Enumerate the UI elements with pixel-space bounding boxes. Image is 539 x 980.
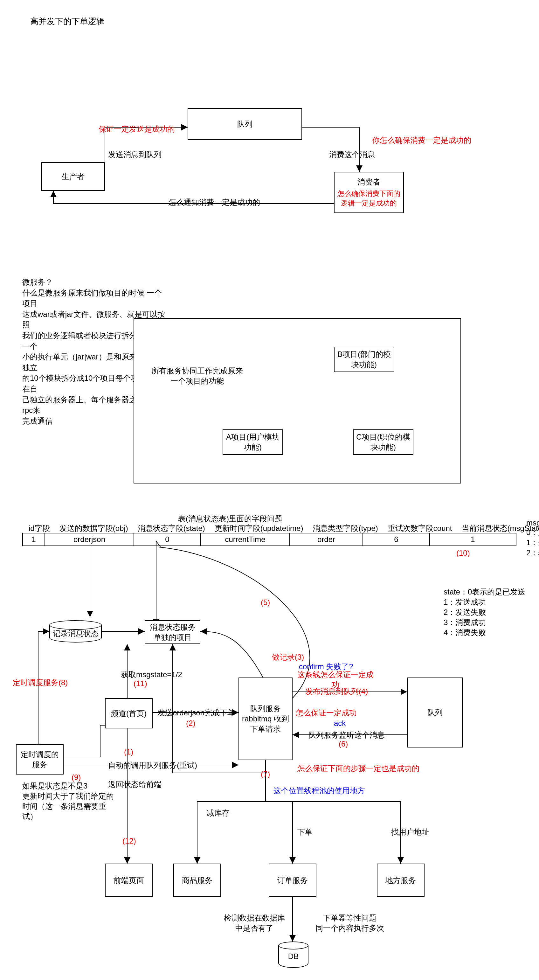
e8: 定时调度服务(8) [13,678,68,688]
record-label: 记录消息状态 [53,628,99,639]
td-msgstate: 1 [430,533,516,546]
db-cyl: DB [278,942,308,968]
reduce: 减库存 [207,808,230,818]
consume-msg-label: 消费这个消息 [329,150,375,160]
ensure-line: 这条线怎么保证一定成功 [296,670,375,690]
together: 所有服务协同工作完成原来 一个项目的功能 [149,366,245,386]
guarantee-send: 保证一定发送是成功的 [99,124,175,134]
proj-a: A项目(用户模块功能) [223,430,283,455]
th-type: 消息类型字段(type) [313,523,378,533]
consumer-box: 消费者 怎么确保消费下面的逻辑一定是成功的 [334,172,404,213]
proj-a-label: A项目(用户模块功能) [226,432,280,452]
td-state: 0 [134,533,201,546]
queue-box: 队列 [407,678,463,748]
consumer-logic: 怎么确保消费下面的逻辑一定是成功的 [337,189,401,208]
place-order: 下单 [297,827,313,837]
listen: 队列服务监听这个消息 [308,730,385,740]
db-label: DB [288,952,299,961]
page-title: 高并发下的下单逻辑 [30,16,105,27]
goods: 商品服务 [173,864,221,897]
th-count: 重试次数字段count [388,523,452,533]
thread: 这个位置线程池的使用地方 [273,786,365,796]
th-update: 更新时间字段(updatetime) [215,523,304,533]
msg-svc: 消息状态服务 单独的项目 [145,620,200,644]
scheduler-label: 定时调度的服务 [19,749,60,770]
proj-c: C项目(职位的模块功能) [353,430,413,455]
send-msg-label: 发送消息到队列 [108,150,162,160]
queue-svc-label: 队列服务 rabbitmq 收到下单请求 [242,703,289,734]
td-update: currentTime [201,533,290,546]
e5: (5) [261,598,270,607]
e3: 做记录(3) [272,652,304,662]
table-headers: id字段 发送的数据字段(obj) 消息状态字段(state) 更新时间字段(u… [29,523,539,533]
td-type: order [290,533,363,546]
micro-container [134,318,461,484]
front: 前端页面 [105,864,153,897]
msg-svc-label: 消息状态服务 单独的项目 [148,622,197,643]
td-obj: orderjson [45,533,134,546]
e6: (6) [339,740,348,748]
front-label: 前端页面 [113,875,144,886]
record-cyl: 记录消息状态 [49,620,102,643]
queue-label: 队列 [237,119,253,129]
td-count: 6 [363,533,430,546]
below-ok: 怎么保证下面的步骤一定也是成功的 [297,764,420,773]
guarantee-consume: 你怎么确保消费一定是成功的 [372,135,471,145]
th-id: id字段 [29,523,50,533]
table-row: 1 orderjson 0 currentTime order 6 1 [22,533,517,546]
note-10: (10) [456,549,470,558]
e1: (1) [124,748,133,756]
th-obj: 发送的数据字段(obj) [59,523,128,533]
channel-label: 频道(首页) [111,708,146,719]
auto-retry: 自动的调用队列服务(重试) [108,760,197,770]
e9: (9) [72,773,81,782]
producer-box: 生产者 [41,162,105,191]
e11: (11) [134,679,147,688]
legend-state: state：0表示的是已发送 1：发送成功 2：发送失败 3：消费成功 4：消费… [444,587,536,638]
queue-label2: 队列 [428,707,443,718]
scheduler: 定时调度的服务 [16,744,64,775]
proj-c-label: C项目(职位的模块功能) [356,432,410,452]
retry-cond: 如果是状态是不是3 更新时间大于了我们给定的 时间（这一条消息需要重试） [22,781,118,822]
goods-label: 商品服务 [182,875,212,886]
e2: (2) [186,719,195,728]
order: 订单服务 [269,864,316,897]
e7: (7) [261,770,270,779]
queue-box-top: 队列 [188,108,302,140]
check-db: 检测数据在数据库中是否有了 [223,913,286,933]
ensure: 怎么保证一定成功 [296,708,357,718]
proj-b: B项目(部门的模块功能) [334,347,394,372]
order-label: 订单服务 [277,875,308,886]
td-id: 1 [23,533,45,546]
notify-label: 怎么通知消费一定是成功的 [169,197,260,207]
producer-label: 生产者 [62,172,84,181]
legend-msgstate: msgstate 0：正在进行 1：失败了 2：表示成功 [526,519,539,558]
queue-svc: 队列服务 rabbitmq 收到下单请求 [238,678,293,760]
find-addr: 找用户地址 [391,827,429,837]
addr-label: 地方服务 [385,875,416,886]
send-order: 发送orderjson完成下单 [157,708,235,718]
th-state: 消息状态字段(state) [138,523,205,533]
ack: ack [334,719,346,728]
get-msgstate: 获取msgstate=1/2 [121,670,182,680]
proj-b-label: B项目(部门的模块功能) [337,349,391,370]
addr: 地方服务 [377,864,425,897]
e12: (12) [122,837,136,845]
idem: 下单幂等性问题 同一个内容执行多次 [313,913,386,933]
table-caption: 表(消息状态表)里面的字段问题 [178,514,282,524]
consumer-label: 消费者 [358,177,380,187]
channel: 频道(首页) [105,698,153,729]
